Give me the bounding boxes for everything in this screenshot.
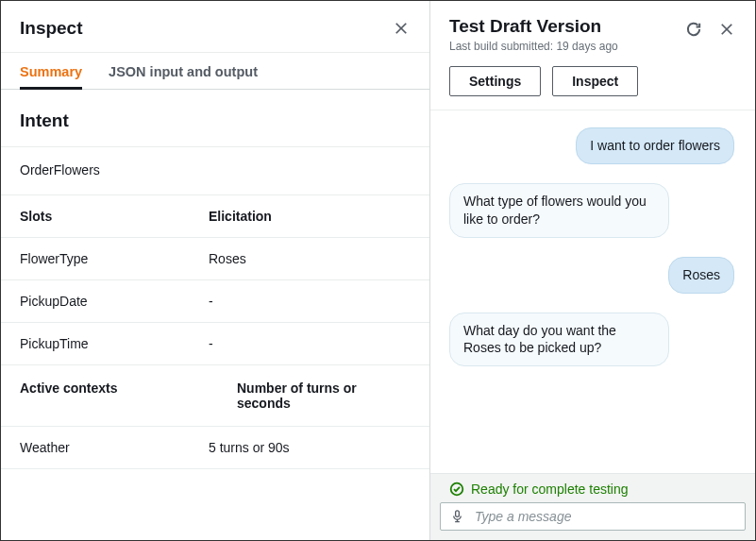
context-turns: 5 turns or 90s bbox=[209, 440, 411, 455]
microphone-icon[interactable] bbox=[450, 509, 465, 524]
close-icon[interactable] bbox=[717, 20, 736, 39]
slot-row: FlowerType Roses bbox=[1, 238, 429, 280]
turns-heading: Number of turns or seconds bbox=[237, 380, 388, 411]
slot-name: PickupDate bbox=[20, 294, 209, 309]
input-bar bbox=[430, 502, 755, 540]
slots-heading: Slots bbox=[20, 209, 209, 224]
slot-value: - bbox=[209, 294, 411, 309]
slots-table: Slots Elicitation FlowerType Roses Picku… bbox=[1, 195, 429, 365]
intent-name: OrderFlowers bbox=[1, 147, 429, 195]
test-subtitle: Last build submitted: 19 days ago bbox=[449, 40, 618, 53]
chat-message-user: Roses bbox=[668, 257, 734, 294]
message-input[interactable] bbox=[475, 509, 735, 524]
status-bar: Ready for complete testing bbox=[430, 473, 755, 502]
inspect-title: Inspect bbox=[20, 18, 83, 39]
elicitation-heading: Elicitation bbox=[209, 209, 411, 224]
context-row: Weather 5 turns or 90s bbox=[1, 427, 429, 469]
inspect-body: Intent OrderFlowers Slots Elicitation Fl… bbox=[1, 90, 429, 540]
chat-message-user: I want to order flowers bbox=[576, 127, 734, 164]
test-title: Test Draft Version bbox=[449, 16, 618, 37]
settings-button[interactable]: Settings bbox=[449, 66, 541, 96]
chat-message-bot: What type of flowers would you like to o… bbox=[449, 183, 669, 238]
tab-json[interactable]: JSON input and output bbox=[109, 53, 258, 89]
inspect-panel: Inspect Summary JSON input and output In… bbox=[1, 1, 430, 540]
chat-area: I want to order flowers What type of flo… bbox=[430, 110, 755, 473]
slot-name: FlowerType bbox=[20, 251, 209, 266]
refresh-icon[interactable] bbox=[685, 21, 702, 38]
chat-message-bot: What day do you want the Roses to be pic… bbox=[449, 313, 669, 367]
close-icon[interactable] bbox=[392, 19, 411, 38]
success-icon bbox=[449, 482, 464, 497]
inspect-tabs: Summary JSON input and output bbox=[1, 52, 429, 90]
slot-value: Roses bbox=[209, 251, 411, 266]
inspect-button[interactable]: Inspect bbox=[552, 66, 638, 96]
test-panel: Test Draft Version Last build submitted:… bbox=[430, 1, 755, 540]
contexts-heading: Active contexts bbox=[20, 380, 237, 396]
tab-summary[interactable]: Summary bbox=[20, 53, 82, 90]
context-name: Weather bbox=[20, 440, 209, 455]
slot-row: PickupDate - bbox=[1, 280, 429, 323]
status-text: Ready for complete testing bbox=[471, 482, 629, 497]
slot-value: - bbox=[209, 336, 411, 351]
svg-rect-5 bbox=[456, 511, 460, 517]
slot-row: PickupTime - bbox=[1, 323, 429, 365]
intent-heading: Intent bbox=[20, 110, 411, 131]
slot-name: PickupTime bbox=[20, 336, 209, 351]
